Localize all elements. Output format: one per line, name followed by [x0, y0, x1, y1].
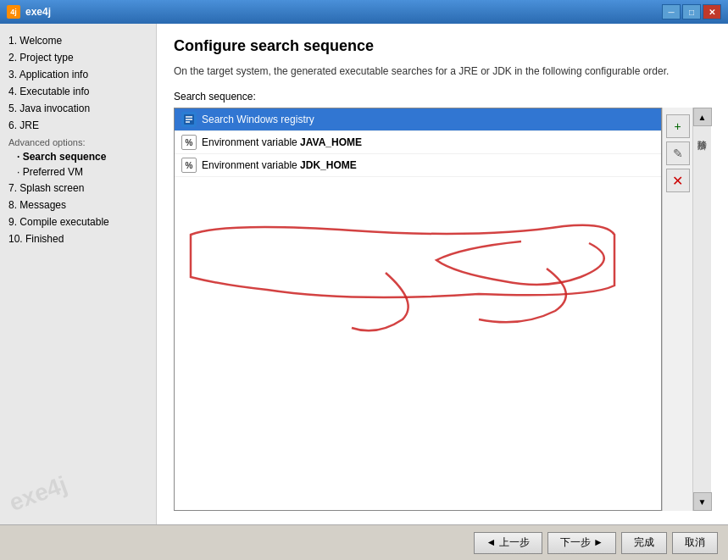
env-icon-jdk-home: %	[181, 158, 197, 173]
sidebar-item-finished[interactable]: 10. Finished	[0, 230, 156, 247]
delete-button[interactable]: ✕	[666, 169, 690, 192]
search-sequence-list[interactable]: Search Windows registry % Environment va…	[174, 108, 662, 511]
list-item-registry[interactable]: Search Windows registry	[175, 108, 661, 131]
page-title: Configure search sequence	[174, 37, 711, 55]
sidebar: 1. Welcome 2. Project type 3. Applicatio…	[0, 24, 157, 524]
env-icon-java-home: %	[181, 135, 197, 150]
sidebar-item-compile-exec[interactable]: 9. Compile executable	[0, 213, 156, 230]
window-controls: ─ □ ✕	[662, 4, 721, 19]
sidebar-item-exec-info[interactable]: 4. Executable info	[0, 83, 156, 100]
app-icon: 4j	[7, 5, 20, 19]
sidebar-item-jre[interactable]: 6. JRE	[0, 117, 156, 134]
minimize-button[interactable]: ─	[662, 4, 681, 19]
scroll-up-button[interactable]: ▲	[693, 108, 712, 126]
next-button[interactable]: 下一步 ►	[547, 532, 616, 554]
registry-icon	[181, 112, 197, 127]
list-item-java-home[interactable]: % Environment variable JAVA_HOME	[175, 131, 661, 154]
sidebar-item-preferred-vm[interactable]: · Preferred VM	[0, 164, 156, 180]
content-and-buttons: Search Windows registry % Environment va…	[174, 108, 692, 511]
list-item-registry-label: Search Windows registry	[202, 114, 314, 125]
main-area: Search Windows registry % Environment va…	[174, 108, 711, 511]
sidebar-item-splash-screen[interactable]: 7. Splash screen	[0, 180, 156, 197]
far-right-panel: ▲ 移除所 ▼	[692, 108, 711, 511]
edit-button[interactable]: ✎	[666, 141, 690, 165]
right-action-buttons: + ✎ ✕	[662, 108, 692, 511]
sidebar-item-java-invocation[interactable]: 5. Java invocation	[0, 100, 156, 117]
sidebar-item-welcome[interactable]: 1. Welcome	[0, 32, 156, 49]
back-button[interactable]: ◄ 上一步	[474, 532, 542, 554]
page-description: On the target system, the generated exec…	[174, 64, 711, 79]
remove-label: 移除所	[696, 126, 709, 492]
sidebar-item-app-info[interactable]: 3. Application info	[0, 66, 156, 83]
cancel-button[interactable]: 取消	[672, 532, 718, 554]
sidebar-item-search-sequence[interactable]: · Search sequence	[0, 149, 156, 164]
search-sequence-label: Search sequence:	[174, 91, 711, 103]
bottom-bar: ◄ 上一步 下一步 ► 完成 取消	[0, 524, 728, 560]
add-button[interactable]: +	[666, 114, 690, 138]
sidebar-watermark: exe4j	[6, 471, 71, 517]
title-bar: 4j exe4j ─ □ ✕	[0, 0, 728, 24]
maximize-button[interactable]: □	[682, 4, 701, 19]
finish-button[interactable]: 完成	[621, 532, 667, 554]
list-item-jdk-home-text: Environment variable JDK_HOME	[202, 159, 357, 171]
main-content: Configure search sequence On the target …	[157, 24, 728, 524]
sidebar-item-project-type[interactable]: 2. Project type	[0, 49, 156, 66]
close-button[interactable]: ✕	[703, 4, 721, 19]
scroll-down-button[interactable]: ▼	[693, 492, 712, 511]
sidebar-item-messages[interactable]: 8. Messages	[0, 197, 156, 213]
list-item-java-home-text: Environment variable JAVA_HOME	[202, 136, 362, 148]
list-item-jdk-home[interactable]: % Environment variable JDK_HOME	[175, 154, 661, 177]
advanced-options-label: Advanced options:	[0, 134, 156, 149]
window-body: 1. Welcome 2. Project type 3. Applicatio…	[0, 24, 728, 524]
window-title: exe4j	[25, 6, 662, 18]
